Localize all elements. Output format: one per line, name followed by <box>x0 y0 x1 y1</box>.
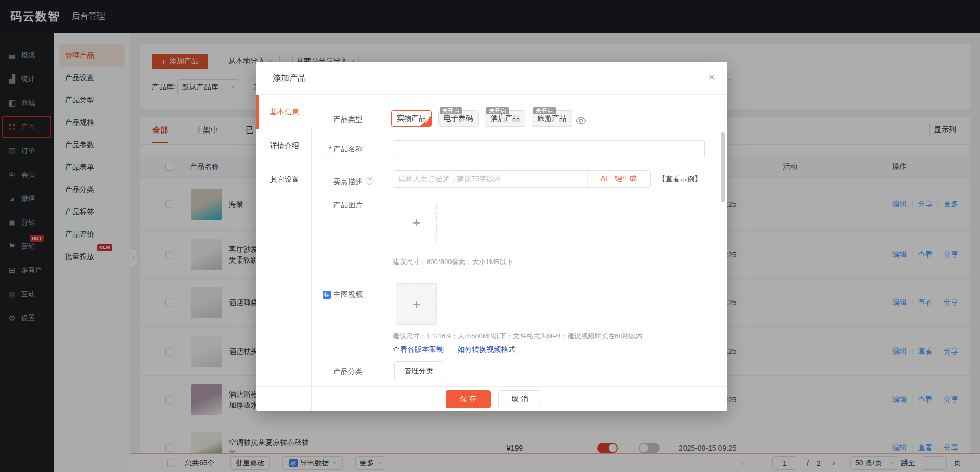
product-type-option[interactable]: 未开启电子券码 <box>438 110 479 127</box>
ai-generate-button[interactable]: AI一键生成 <box>587 171 650 187</box>
product-type-option-label: 酒店产品 <box>491 114 520 123</box>
not-enabled-badge: 未开启 <box>486 107 509 114</box>
modal-footer: 保 存 取 消 <box>256 386 727 411</box>
help-icon[interactable]: ? <box>366 177 373 185</box>
view-example-link[interactable]: 【查看示例】 <box>658 175 702 184</box>
not-enabled-badge: 未开启 <box>440 107 462 114</box>
modal-scrollbar[interactable] <box>721 132 725 202</box>
not-enabled-badge: 未开启 <box>533 107 556 114</box>
biao-badge: 标 <box>323 291 331 299</box>
cancel-button[interactable]: 取 消 <box>498 390 541 408</box>
plus-icon: + <box>412 296 420 312</box>
modal-tab-详情介绍[interactable]: 详情介绍 <box>256 129 311 163</box>
close-icon[interactable]: × <box>708 71 715 82</box>
product-name-label: *产品名称 <box>311 145 363 154</box>
manage-category-button[interactable]: 管理分类 <box>394 361 443 381</box>
product-image-upload[interactable]: + <box>396 202 437 243</box>
required-asterisk: * <box>329 145 332 153</box>
selling-point-field[interactable]: AI一键生成 <box>393 170 651 188</box>
product-type-label: 产品类型 <box>311 115 363 124</box>
main-video-upload[interactable]: + <box>396 283 437 325</box>
video-link[interactable]: 查看各版本限制 <box>393 345 444 353</box>
save-button[interactable]: 保 存 <box>446 390 491 408</box>
product-type-option[interactable]: 实物产品✓ <box>391 110 432 127</box>
video-links: 查看各版本限制如何转换视频格式 <box>393 345 529 355</box>
video-hint: 建议尺寸：1:1/16:9；大小500MB以下；文件格式为MP4；建议视频时长在… <box>393 332 642 341</box>
product-type-option-label: 旅游产品 <box>537 114 566 123</box>
modal-title: 添加产品 <box>273 73 306 84</box>
product-type-option[interactable]: 未开启酒店产品 <box>485 110 525 127</box>
modal-tab-其它设置[interactable]: 其它设置 <box>256 163 311 196</box>
product-type-option-label: 电子券码 <box>444 114 473 123</box>
product-image-label: 产品图片 <box>311 201 363 210</box>
product-name-field[interactable] <box>393 140 705 158</box>
main-video-label: 标主图视频 <box>311 290 363 299</box>
selling-point-label: 卖点描述 <box>311 177 363 187</box>
selling-point-input[interactable] <box>393 171 587 187</box>
product-category-label: 产品分类 <box>311 367 363 376</box>
eye-icon[interactable] <box>575 115 587 126</box>
screen: 码云数智 后台管理 ▤概况▟统计◧商城∷产品▥订单♔会员◕微信◉分销⚑营销HOT… <box>0 0 980 472</box>
modal-header: 添加产品 × <box>256 62 727 95</box>
video-link[interactable]: 如何转换视频格式 <box>457 345 515 353</box>
modal-tab-基本信息[interactable]: 基本信息 <box>256 95 311 129</box>
product-type-options: 实物产品✓未开启电子券码未开启酒店产品未开启旅游产品 <box>391 110 578 127</box>
plus-icon: + <box>412 215 420 231</box>
selected-corner-check: ✓ <box>420 116 431 126</box>
product-type-option[interactable]: 未开启旅游产品 <box>532 110 572 127</box>
image-hint: 建议尺寸：800*800像素；大小1MB以下 <box>393 257 513 267</box>
add-product-modal: 添加产品 × 基本信息详情介绍其它设置 产品类型 实物产品✓未开启电子券码未开启… <box>256 62 727 411</box>
